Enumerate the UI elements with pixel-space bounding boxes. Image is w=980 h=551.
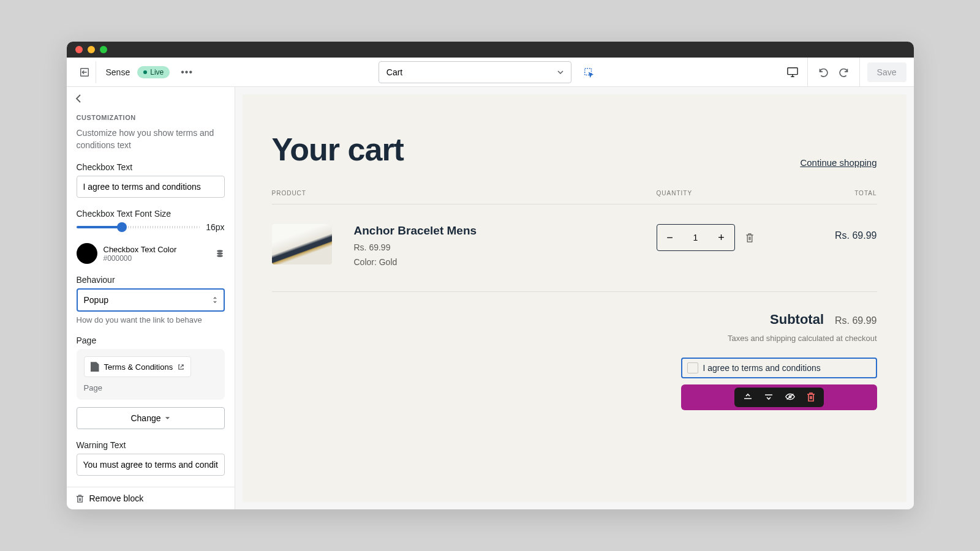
svg-point-4 xyxy=(217,252,223,255)
sidebar-content: CUSTOMIZATION Customize how you show ter… xyxy=(67,110,235,509)
page-file-icon xyxy=(91,362,99,372)
caret-down-icon xyxy=(165,416,170,420)
editor-toolbar: Sense Live ••• Cart Save xyxy=(67,58,914,87)
page-chip[interactable]: Terms & Conditions xyxy=(84,356,192,377)
checkbox-text-input[interactable] xyxy=(77,176,225,198)
subtotal-label: Subtotal xyxy=(770,312,824,328)
undo-button[interactable] xyxy=(812,61,834,83)
hide-block-icon[interactable] xyxy=(785,392,796,401)
move-down-icon[interactable] xyxy=(764,392,774,401)
product-image[interactable] xyxy=(272,224,332,264)
cart-title: Your cart xyxy=(272,131,404,168)
cart-header: Your cart Continue shopping xyxy=(272,131,877,168)
font-size-slider-row: 16px xyxy=(77,222,225,232)
trash-icon xyxy=(745,233,755,243)
product-name[interactable]: Anchor Bracelet Mens xyxy=(354,224,657,238)
trash-icon xyxy=(75,494,85,503)
product-info: Anchor Bracelet Mens Rs. 69.99 Color: Go… xyxy=(354,224,657,267)
toolbar-center: Cart xyxy=(204,61,774,83)
mac-titlebar xyxy=(67,42,914,58)
color-hex: #000000 xyxy=(104,254,209,263)
page-type-label: Page xyxy=(84,383,217,392)
exit-editor-button[interactable] xyxy=(74,61,96,83)
behaviour-label: Behaviour xyxy=(77,275,225,285)
maximize-window-button[interactable] xyxy=(100,46,107,53)
change-page-button[interactable]: Change xyxy=(77,407,225,429)
behaviour-select[interactable]: Popup xyxy=(77,288,225,312)
qty-value: 1 xyxy=(683,233,709,242)
more-actions-button[interactable]: ••• xyxy=(177,63,197,81)
text-color-row: Checkbox Text Color #000000 xyxy=(77,243,225,264)
toolbar-right: Save xyxy=(782,58,907,87)
svg-point-3 xyxy=(217,250,223,252)
continue-shopping-link[interactable]: Continue shopping xyxy=(800,157,876,168)
theme-name: Sense xyxy=(106,67,130,77)
slider-fill xyxy=(77,226,123,228)
subtotal-value: Rs. 69.99 xyxy=(835,315,876,326)
sidebar-back-row xyxy=(67,87,235,110)
font-size-slider[interactable] xyxy=(77,223,200,231)
page-label: Page xyxy=(77,335,225,345)
behaviour-value: Popup xyxy=(84,295,108,305)
subtotal-row: Subtotal Rs. 69.99 xyxy=(770,312,876,328)
svg-point-5 xyxy=(217,255,223,257)
template-selected: Cart xyxy=(386,67,402,77)
page-card: Terms & Conditions Page xyxy=(77,349,225,400)
cart-item-row: Anchor Bracelet Mens Rs. 69.99 Color: Go… xyxy=(272,224,877,292)
font-size-label: Checkbox Text Font Size xyxy=(77,209,225,219)
terms-agree-text: I agree to terms and conditions xyxy=(703,363,821,373)
preview-panel: Your cart Continue shopping PRODUCT QUAN… xyxy=(235,87,914,509)
minimize-window-button[interactable] xyxy=(88,46,95,53)
qty-decrease-button[interactable]: − xyxy=(657,231,683,244)
save-button[interactable]: Save xyxy=(867,62,907,82)
undo-icon xyxy=(817,67,828,78)
quantity-stepper: − 1 + xyxy=(657,224,735,251)
dynamic-source-icon[interactable] xyxy=(215,249,225,258)
move-up-icon[interactable] xyxy=(743,392,753,401)
terms-agree-block[interactable]: I agree to terms and conditions xyxy=(681,358,877,378)
qty-increase-button[interactable]: + xyxy=(709,231,734,244)
th-product: PRODUCT xyxy=(272,190,657,197)
th-total: TOTAL xyxy=(804,190,877,197)
redo-button[interactable] xyxy=(834,61,856,83)
remove-block-label: Remove block xyxy=(89,493,144,503)
color-meta: Checkbox Text Color #000000 xyxy=(104,245,209,263)
delete-block-icon[interactable] xyxy=(807,392,815,402)
editor-main: CUSTOMIZATION Customize how you show ter… xyxy=(67,87,914,509)
checkout-button[interactable] xyxy=(681,384,877,410)
quantity-cell: − 1 + xyxy=(657,224,804,251)
desktop-icon xyxy=(786,67,799,78)
cart-table-header: PRODUCT QUANTITY TOTAL xyxy=(272,190,877,204)
line-total: Rs. 69.99 xyxy=(804,224,877,241)
remove-item-button[interactable] xyxy=(745,233,755,243)
tax-shipping-note: Taxes and shipping calculated at checkou… xyxy=(728,334,877,343)
close-window-button[interactable] xyxy=(75,46,83,53)
page-chip-text: Terms & Conditions xyxy=(104,362,173,372)
behaviour-help-text: How do you want the link to behave xyxy=(77,315,225,324)
live-status-badge: Live xyxy=(137,66,170,78)
svg-rect-2 xyxy=(787,67,797,74)
preview-canvas: Your cart Continue shopping PRODUCT QUAN… xyxy=(243,94,907,502)
viewport-desktop-button[interactable] xyxy=(782,61,804,83)
cart-summary: Subtotal Rs. 69.99 Taxes and shipping ca… xyxy=(272,312,877,410)
chevron-down-icon xyxy=(557,70,564,74)
chevron-left-icon[interactable] xyxy=(75,94,81,103)
terms-checkbox[interactable] xyxy=(687,362,698,373)
exit-icon xyxy=(79,67,90,78)
remove-block-button[interactable]: Remove block xyxy=(67,487,235,509)
external-link-icon xyxy=(178,364,184,370)
checkbox-text-label: Checkbox Text xyxy=(77,162,225,172)
section-description: Customize how you show terms and conditi… xyxy=(77,127,225,151)
section-title: CUSTOMIZATION xyxy=(77,114,225,121)
color-swatch[interactable] xyxy=(77,243,97,264)
change-label: Change xyxy=(130,413,160,423)
inspector-toggle-button[interactable] xyxy=(578,61,600,83)
select-arrows-icon xyxy=(213,296,217,304)
redo-icon xyxy=(839,67,850,78)
template-selector[interactable]: Cart xyxy=(379,61,571,83)
separator xyxy=(807,58,808,87)
font-size-value: 16px xyxy=(206,222,224,232)
warning-text-input[interactable] xyxy=(77,454,225,476)
slider-thumb[interactable] xyxy=(117,222,127,232)
color-label: Checkbox Text Color xyxy=(104,245,209,254)
